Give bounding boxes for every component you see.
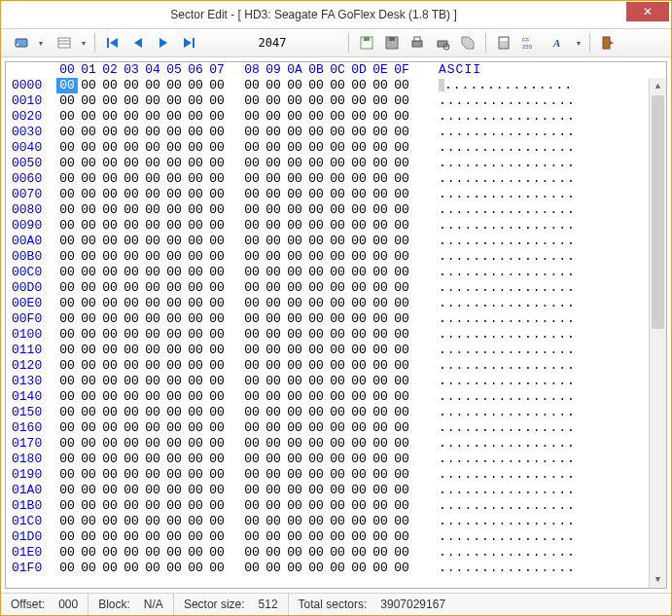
hex-byte[interactable]: 00 [142,358,163,374]
hex-byte[interactable]: 00 [121,343,142,358]
hex-byte[interactable]: 00 [370,249,391,265]
hex-byte[interactable]: 00 [370,514,391,529]
hex-byte[interactable]: 00 [206,545,228,561]
hex-byte[interactable]: 00 [142,171,163,187]
hex-byte[interactable]: 00 [142,311,163,327]
hex-byte[interactable]: 00 [185,156,206,171]
ascii-cell[interactable]: ................ [433,140,649,156]
hex-byte[interactable]: 00 [163,452,185,467]
hex-byte[interactable]: 00 [284,545,305,561]
print-preview-button[interactable] [431,31,454,54]
hex-byte[interactable]: 00 [163,265,185,280]
hex-byte[interactable]: 00 [163,78,185,93]
hex-byte[interactable]: 00 [305,78,327,93]
scroll-thumb[interactable] [652,95,664,329]
hex-byte[interactable]: 00 [370,389,391,405]
hex-byte[interactable]: 00 [263,452,284,467]
hex-byte[interactable]: 00 [206,483,228,498]
hex-byte[interactable]: 00 [391,280,412,296]
hex-byte[interactable]: 00 [78,296,99,311]
hex-byte[interactable]: 00 [241,125,263,140]
hex-byte[interactable]: 00 [284,343,305,358]
hex-byte[interactable]: 00 [263,343,284,358]
hex-byte[interactable]: 00 [185,234,206,249]
hex-byte[interactable]: 00 [56,234,78,249]
hex-byte[interactable]: 00 [391,234,412,249]
hex-byte[interactable]: 00 [56,483,78,498]
hex-byte[interactable]: 00 [185,140,206,156]
ascii-cell[interactable]: ................ [433,234,649,249]
hex-byte[interactable]: 00 [348,265,370,280]
hex-byte[interactable]: 00 [370,140,391,156]
hex-byte[interactable]: 00 [56,311,78,327]
hex-byte[interactable]: 00 [391,420,412,436]
hex-byte[interactable]: 00 [78,311,99,327]
hex-byte[interactable]: 00 [185,405,206,420]
hex-byte[interactable]: 00 [327,405,348,420]
hex-byte[interactable]: 00 [206,358,228,374]
hex-byte[interactable]: 00 [185,389,206,405]
hex-byte[interactable]: 00 [78,234,99,249]
hex-byte[interactable]: 00 [370,78,391,93]
hex-byte[interactable]: 00 [163,467,185,483]
hex-byte[interactable]: 00 [56,187,78,202]
hex-byte[interactable]: 00 [348,467,370,483]
ascii-cell[interactable]: ................ [433,125,649,140]
ascii-cell[interactable]: ................ [433,389,649,405]
hex-byte[interactable]: 00 [99,187,121,202]
hex-byte[interactable]: 00 [78,545,99,561]
hex-byte[interactable]: 00 [241,545,263,561]
hex-byte[interactable]: 00 [263,218,284,234]
hex-byte[interactable]: 00 [99,561,121,576]
hex-byte[interactable]: 00 [121,171,142,187]
hex-byte[interactable]: 00 [305,296,327,311]
hex-byte[interactable]: 00 [206,467,228,483]
hex-byte[interactable]: 00 [121,436,142,452]
hex-byte[interactable]: 00 [99,218,121,234]
hex-byte[interactable]: 00 [206,265,228,280]
hex-byte[interactable]: 00 [78,249,99,265]
hex-byte[interactable]: 00 [391,389,412,405]
hex-byte[interactable]: 00 [391,545,412,561]
hex-byte[interactable]: 00 [348,327,370,343]
hex-byte[interactable]: 00 [327,389,348,405]
hex-byte[interactable]: 00 [206,78,228,93]
hex-byte[interactable]: 00 [185,218,206,234]
hex-byte[interactable]: 00 [56,498,78,514]
hex-byte[interactable]: 00 [263,483,284,498]
hex-byte[interactable]: 00 [56,140,78,156]
hex-byte[interactable]: 00 [305,218,327,234]
hex-byte[interactable]: 00 [78,78,99,93]
hex-byte[interactable]: 00 [99,343,121,358]
ascii-cell[interactable]: ................ [433,436,649,452]
first-sector-button[interactable] [101,31,124,54]
hex-byte[interactable]: 00 [121,483,142,498]
hex-byte[interactable]: 00 [348,140,370,156]
hex-byte[interactable]: 00 [121,327,142,343]
hex-byte[interactable]: 00 [121,452,142,467]
hex-byte[interactable]: 00 [206,93,228,109]
hex-byte[interactable]: 00 [142,483,163,498]
hex-byte[interactable]: 00 [391,436,412,452]
hex-byte[interactable]: 00 [263,358,284,374]
hex-byte[interactable]: 00 [78,358,99,374]
hex-byte[interactable]: 00 [305,311,327,327]
hex-byte[interactable]: 00 [99,327,121,343]
hex-byte[interactable]: 00 [78,420,99,436]
hex-byte[interactable]: 00 [163,93,185,109]
hex-byte[interactable]: 00 [78,452,99,467]
hex-byte[interactable]: 00 [370,125,391,140]
write-sector-button[interactable] [380,31,404,54]
hex-byte[interactable]: 00 [56,109,78,125]
hex-byte[interactable]: 00 [121,420,142,436]
hex-byte[interactable]: 00 [185,498,206,514]
hex-byte[interactable]: 00 [327,483,348,498]
hex-byte[interactable]: 00 [263,125,284,140]
hex-byte[interactable]: 00 [142,389,163,405]
print-button[interactable] [406,31,429,54]
hex-byte[interactable]: 00 [56,93,78,109]
hex-byte[interactable]: 00 [185,202,206,218]
hex-byte[interactable]: 00 [121,561,142,576]
font-button[interactable]: A [543,31,584,54]
hex-byte[interactable]: 00 [56,420,78,436]
